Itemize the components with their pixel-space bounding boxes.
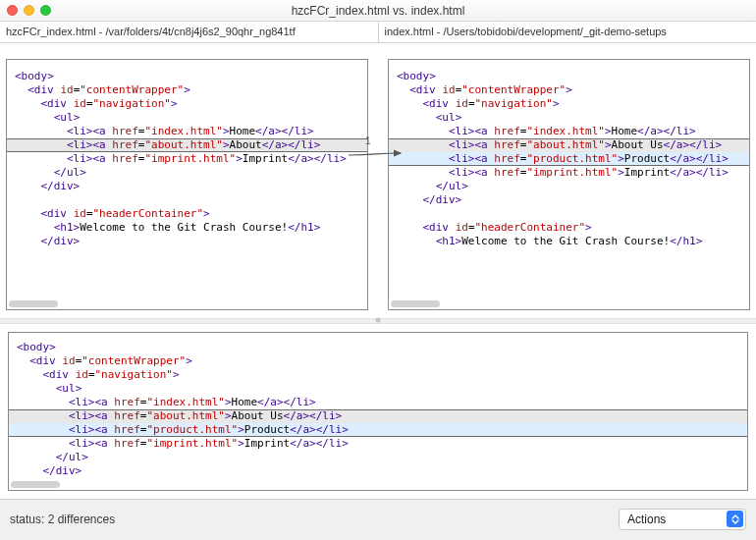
right-file-path: index.html - /Users/tobidobi/development… [379, 22, 757, 42]
horizontal-scrollbar[interactable] [391, 300, 440, 307]
zoom-window-button[interactable] [40, 5, 51, 16]
left-file-path: hzcFCr_index.html - /var/folders/4t/cn8j… [0, 22, 378, 42]
chevron-up-down-icon [727, 511, 743, 527]
status-text: status: 2 differences [10, 513, 115, 526]
window-title: hzcFCr_index.html vs. index.html [292, 4, 465, 18]
traffic-lights [7, 5, 51, 16]
left-code-pane[interactable]: <body> <div id="contentWrapper"> <div id… [6, 59, 368, 310]
close-window-button[interactable] [7, 5, 18, 16]
right-code-pane[interactable]: <body> <div id="contentWrapper"> <div id… [388, 59, 750, 310]
code-text: <body> <div id="contentWrapper"> <div id… [7, 70, 367, 248]
horizontal-scrollbar[interactable] [9, 300, 58, 307]
diff-area: <body> <div id="contentWrapper"> <div id… [0, 43, 756, 318]
left-pane-wrap: <body> <div id="contentWrapper"> <div id… [0, 43, 368, 318]
actions-dropdown-label: Actions [627, 513, 727, 526]
merge-code-pane[interactable]: <body> <div id="contentWrapper"> <div id… [8, 332, 748, 491]
split-gutter[interactable] [368, 43, 388, 318]
window-titlebar: hzcFCr_index.html vs. index.html [0, 0, 756, 22]
right-pane-wrap: <body> <div id="contentWrapper"> <div id… [388, 43, 756, 318]
horizontal-scrollbar[interactable] [11, 481, 60, 488]
merge-panel: <body> <div id="contentWrapper"> <div id… [0, 324, 756, 499]
code-text: <body> <div id="contentWrapper"> <div id… [389, 70, 749, 248]
actions-dropdown[interactable]: Actions [619, 509, 746, 530]
status-bar: status: 2 differences Actions [0, 499, 756, 538]
code-text: <body> <div id="contentWrapper"> <div id… [9, 341, 747, 478]
minimize-window-button[interactable] [24, 5, 34, 16]
file-info-bar: hzcFCr_index.html - /var/folders/4t/cn8j… [0, 22, 756, 43]
